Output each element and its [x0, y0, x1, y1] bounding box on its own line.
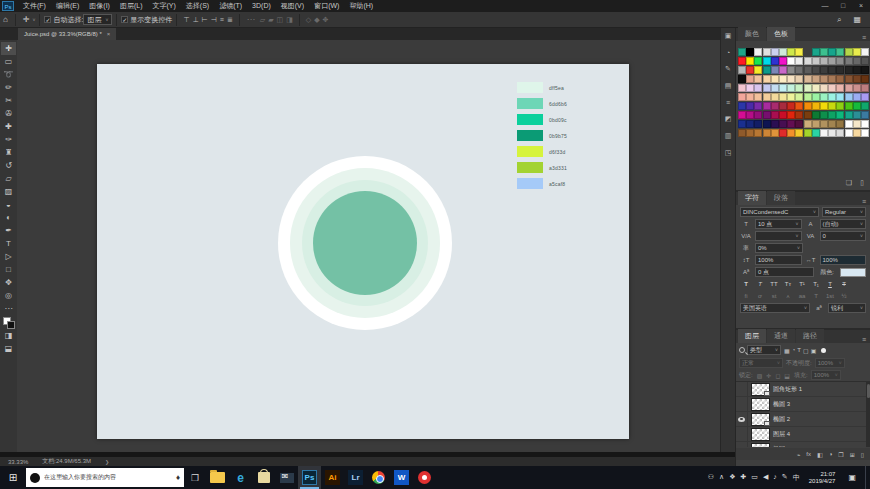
zoom-level[interactable]: 33.33%: [8, 459, 28, 465]
color-swatch[interactable]: [836, 120, 844, 128]
color-swatch[interactable]: [771, 111, 779, 119]
taskbar-app-chrome[interactable]: [367, 466, 390, 489]
color-swatch[interactable]: [836, 48, 844, 56]
tray-icon-9[interactable]: 中: [793, 473, 800, 483]
color-swatch[interactable]: [804, 57, 812, 65]
quick-mask-icon[interactable]: ◨: [1, 329, 16, 342]
new-swatch-icon[interactable]: ❏: [846, 179, 852, 187]
color-swatch[interactable]: [853, 102, 861, 110]
color-swatch[interactable]: [836, 57, 844, 65]
color-swatch[interactable]: [812, 84, 820, 92]
adjustment-layer-icon[interactable]: ◑: [829, 451, 833, 457]
chevron-down-icon[interactable]: ˅: [33, 17, 36, 23]
fill-field[interactable]: 100% ˅: [811, 370, 841, 380]
color-swatch[interactable]: [763, 84, 771, 92]
color-swatch[interactable]: [812, 102, 820, 110]
color-swatch[interactable]: [836, 84, 844, 92]
color-swatch[interactable]: [787, 57, 795, 65]
color-swatch[interactable]: [738, 102, 746, 110]
microphone-icon[interactable]: ♦: [176, 473, 180, 482]
proportional-spacing-field[interactable]: 0% ˅: [755, 243, 803, 253]
color-swatch[interactable]: [763, 75, 771, 83]
collapsed-panel-icon-8[interactable]: ◳: [725, 149, 732, 157]
layer-thumbnail[interactable]: [752, 444, 769, 448]
eraser-tool[interactable]: ▱: [1, 172, 16, 185]
tracking-field[interactable]: 0 ˅: [820, 231, 867, 241]
color-swatch[interactable]: [754, 66, 762, 74]
color-swatch[interactable]: [779, 75, 787, 83]
layer-filter-icon-5[interactable]: ▣: [810, 347, 818, 354]
color-swatch[interactable]: [820, 93, 828, 101]
distribute-icon-1[interactable]: ▱: [260, 16, 265, 24]
menu-item-1[interactable]: 文件(F): [18, 0, 51, 12]
new-layer-icon[interactable]: ⊞: [850, 451, 855, 458]
color-swatch[interactable]: [754, 75, 762, 83]
taskbar-app-lightroom[interactable]: Lr: [344, 466, 367, 489]
baseline-shift-field[interactable]: 0 点: [755, 267, 814, 277]
move-tool-icon[interactable]: ✛: [20, 15, 33, 24]
color-swatch[interactable]: [820, 84, 828, 92]
color-swatch[interactable]: [845, 48, 853, 56]
color-swatch[interactable]: [771, 66, 779, 74]
color-swatch[interactable]: [763, 120, 771, 128]
color-swatch[interactable]: [804, 84, 812, 92]
collapsed-panel-icon-7[interactable]: ▥: [725, 132, 732, 140]
color-swatch[interactable]: [763, 102, 771, 110]
color-swatch[interactable]: [820, 111, 828, 119]
screen-mode-icon[interactable]: ⬓: [1, 342, 16, 355]
color-swatch[interactable]: [779, 120, 787, 128]
threed-mode-icon-3[interactable]: ✥: [323, 16, 329, 24]
color-swatch[interactable]: [771, 75, 779, 83]
collapsed-panel-icon-2[interactable]: ◔: [726, 49, 730, 56]
gradient-tool[interactable]: ▨: [1, 185, 16, 198]
text-style-button-4[interactable]: Tт: [782, 280, 794, 289]
color-swatch[interactable]: [746, 111, 754, 119]
layer-thumbnail[interactable]: [752, 399, 769, 410]
layer-row[interactable]: 圆角矩形 1: [736, 382, 870, 397]
color-swatch[interactable]: [771, 48, 779, 56]
character-tab-字符[interactable]: 字符: [738, 191, 766, 205]
clone-stamp-tool[interactable]: ♜: [1, 146, 16, 159]
color-swatch[interactable]: [763, 66, 771, 74]
tray-icon-4[interactable]: ✚: [740, 473, 746, 483]
collapsed-panel-icon-1[interactable]: ▣: [725, 32, 732, 40]
color-swatch[interactable]: [763, 93, 771, 101]
lasso-tool[interactable]: ➰: [1, 68, 16, 81]
color-swatch[interactable]: [754, 129, 762, 137]
align-icon-1[interactable]: ⊤: [183, 16, 189, 24]
layers-scrollbar[interactable]: [866, 382, 870, 447]
opentype-button-3[interactable]: st: [768, 292, 780, 301]
checkbox-checked-icon[interactable]: ✓: [121, 16, 128, 23]
color-swatch[interactable]: [771, 102, 779, 110]
eye-icon[interactable]: [738, 447, 745, 448]
layer-filter-icon-4[interactable]: ▢: [802, 347, 810, 354]
text-style-button-1[interactable]: T: [740, 280, 752, 289]
path-selection-tool[interactable]: ▷: [1, 250, 16, 263]
layer-style-icon[interactable]: fx: [806, 451, 811, 457]
taskbar-app-music-app[interactable]: [413, 466, 436, 489]
color-swatch[interactable]: [845, 120, 853, 128]
delete-swatch-icon[interactable]: ▯: [860, 179, 864, 187]
antialias-dropdown[interactable]: 锐利 ˅: [828, 303, 866, 313]
tray-icon-1[interactable]: ⚇: [708, 473, 714, 483]
layer-row[interactable]: 椭圆 1: [736, 442, 870, 447]
distribute-icon-3[interactable]: ◫: [277, 16, 284, 24]
quick-selection-tool[interactable]: ✏: [1, 81, 16, 94]
menu-item-9[interactable]: 视图(V): [276, 0, 309, 12]
document-tab[interactable]: Juice.psd @ 33.3%(RGB/8) * ×: [18, 28, 116, 40]
color-swatch[interactable]: [746, 57, 754, 65]
color-swatch[interactable]: [746, 66, 754, 74]
color-swatch[interactable]: [812, 111, 820, 119]
color-swatch[interactable]: [779, 93, 787, 101]
minimize-button[interactable]: —: [816, 0, 834, 12]
color-swatch[interactable]: [828, 75, 836, 83]
marquee-tool[interactable]: ▭: [1, 55, 16, 68]
color-swatch[interactable]: [795, 129, 803, 137]
color-swatch[interactable]: [779, 129, 787, 137]
collapsed-panel-icon-4[interactable]: ▤: [725, 82, 732, 90]
layer-filter-icon-1[interactable]: ▦: [783, 347, 791, 354]
color-swatch[interactable]: [820, 120, 828, 128]
taskbar-app-edge-browser[interactable]: e: [229, 466, 252, 489]
panel-menu-icon[interactable]: ≡: [862, 198, 866, 205]
color-swatch[interactable]: [820, 129, 828, 137]
